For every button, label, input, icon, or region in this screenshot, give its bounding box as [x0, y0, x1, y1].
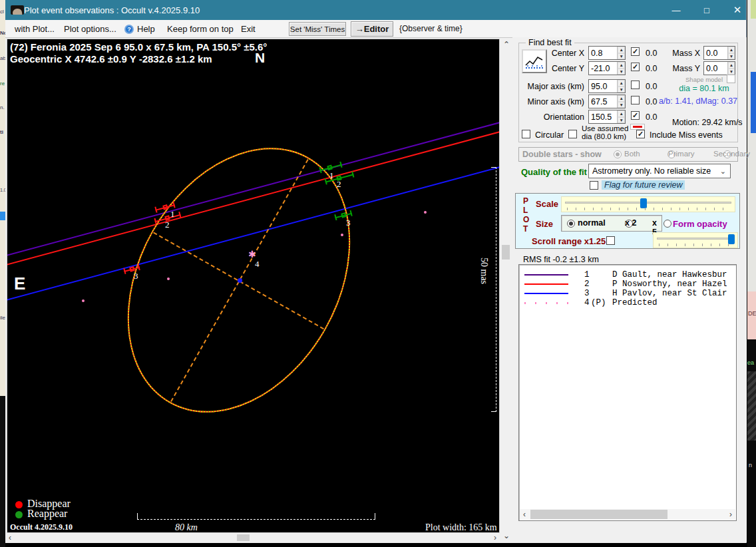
form-opacity-slider-thumb[interactable] [728, 234, 735, 244]
menu-item-exit[interactable]: Exit [241, 24, 256, 34]
east-label: E [14, 274, 25, 294]
mas-scale-label: 50 mas [478, 258, 489, 284]
north-label: N [255, 50, 265, 66]
scroll-range-checkbox[interactable] [606, 236, 615, 245]
background-window-left: cl No ab re n. ti 1.0 ile [0, 0, 5, 396]
menu-item-help[interactable]: Help [137, 24, 155, 34]
spin-up-icon[interactable]: ▲ [618, 47, 625, 53]
mass-x-input[interactable] [704, 47, 727, 59]
size-x5-radio[interactable] [663, 220, 671, 228]
plot-header-line2: Geocentric X 4742.6 ±0.9 Y -2832.6 ±1.2 … [10, 53, 212, 65]
menu-item-with-plot[interactable]: with Plot... [15, 24, 55, 34]
scroll-left-icon[interactable]: ‹ [9, 534, 11, 542]
minimize-button[interactable]: — [662, 0, 691, 20]
center-x-spinner[interactable]: ▲▼ [588, 46, 626, 60]
plot-horizontal-scrollbar[interactable]: ‹ › [5, 533, 500, 542]
center-y-label: Center Y [512, 64, 584, 73]
spin-up-icon[interactable]: ▲ [728, 62, 735, 69]
chord-label-reappear-2: 2 [337, 179, 341, 190]
spin-up-icon[interactable]: ▲ [618, 80, 625, 87]
observer-row[interactable]: 2 P Nosworthy, near Hazel [519, 279, 736, 289]
center-y-lock-checkbox[interactable] [631, 63, 640, 71]
double-stars-group: Double stars - show Both Primary Seconda… [518, 147, 738, 162]
include-miss-checkbox[interactable] [636, 130, 645, 138]
spin-down-icon[interactable]: ▼ [618, 53, 625, 60]
ellipse-center-dot [238, 278, 242, 283]
scale-slider[interactable] [561, 196, 735, 212]
center-y-input[interactable] [589, 62, 617, 75]
chord-label-disappear-3: 3 [134, 271, 138, 281]
scroll-right-icon[interactable]: › [729, 510, 732, 518]
form-opacity-slider[interactable] [653, 232, 738, 248]
spin-down-icon[interactable]: ▼ [618, 102, 625, 108]
scroll-down-icon[interactable]: ⌄ [503, 532, 510, 540]
scale-slider-thumb[interactable] [640, 198, 647, 208]
spin-down-icon[interactable]: ▼ [728, 53, 735, 60]
set-miss-times-button[interactable]: Set 'Miss' Times [289, 22, 346, 36]
flag-review-checkbox[interactable] [590, 181, 598, 190]
mass-y-label: Mass Y [669, 64, 700, 73]
spin-up-icon[interactable]: ▲ [618, 62, 625, 69]
plot-letter-l: L [523, 206, 528, 215]
spin-down-icon[interactable]: ▼ [618, 117, 625, 124]
double-stars-both-radio[interactable] [614, 150, 622, 158]
editor-button[interactable]: →Editor [351, 21, 393, 37]
shape-model-checkbox[interactable] [727, 75, 735, 83]
mass-y-spinner[interactable]: ▲▼ [703, 61, 735, 75]
plot-area[interactable]: 1 2 3 1 2 3 ✱ 4 (72) Feronia 2025 Sep 6 … [7, 39, 500, 533]
background-window-right-fragment: ea [747, 359, 754, 366]
form-opacity-label: Form opacity [673, 219, 727, 229]
spin-down-icon[interactable]: ▼ [618, 87, 625, 93]
observer-list-scrollbar[interactable]: ‹ › [520, 509, 735, 520]
km-scale-bar [137, 513, 375, 520]
scroll-up-icon[interactable]: ⌃ [503, 41, 510, 49]
slider-groove [657, 238, 734, 240]
scrollbar-thumb[interactable] [502, 245, 510, 260]
scroll-left-icon[interactable]: ‹ [523, 510, 526, 518]
slider-groove [565, 202, 731, 204]
quality-value: Astrometry only. No reliable size [592, 166, 720, 176]
size-normal-radio[interactable] [567, 220, 575, 228]
mas-scale-bracket [492, 167, 496, 412]
rms-fit-label: RMS fit -0.2 ±1.3 km [523, 255, 599, 264]
major-axis-lock-checkbox[interactable] [631, 81, 640, 89]
close-button[interactable]: ✕ [723, 0, 752, 20]
scrollbar-thumb[interactable] [237, 534, 250, 541]
spin-up-icon[interactable]: ▲ [618, 110, 625, 117]
mass-x-spinner[interactable]: ▲▼ [703, 46, 735, 60]
minor-axis-lock-checkbox[interactable] [631, 96, 640, 104]
mass-y-input[interactable] [704, 62, 727, 75]
maximize-button[interactable]: □ [692, 0, 721, 20]
background-window-left-selection [0, 212, 5, 220]
plot-vertical-scrollbar[interactable]: ⌃ ⌄ [500, 39, 511, 542]
spin-up-icon[interactable]: ▲ [618, 95, 625, 102]
spin-down-icon[interactable]: ▼ [618, 69, 625, 75]
spin-up-icon[interactable]: ▲ [728, 47, 735, 53]
center-x-lock-checkbox[interactable] [631, 47, 640, 56]
minor-axis-spinner[interactable]: ▲▼ [588, 94, 626, 108]
menu-item-keep-form-on-top[interactable]: Keep form on top [167, 24, 234, 34]
menu-item-plot-options[interactable]: Plot options... [64, 24, 116, 34]
circular-checkbox[interactable] [522, 130, 530, 138]
scroll-right-icon[interactable]: › [494, 534, 496, 542]
scrollbar-thumb[interactable] [530, 510, 667, 519]
version-label: Occult 4.2025.9.10 [10, 522, 73, 532]
use-assumed-dia-checkbox[interactable] [568, 130, 577, 138]
predicted-star-marker: ✱ [248, 249, 256, 260]
observer-row[interactable]: 1 D Gault, near Hawkesbur [519, 270, 736, 279]
center-y-spinner[interactable]: ▲▼ [588, 61, 626, 75]
observer-row[interactable]: 3 H Pavlov, near St Clair [519, 289, 736, 298]
observer-list[interactable]: 1 D Gault, near Hawkesbur 2 P Nosworthy,… [518, 264, 737, 521]
orientation-spinner[interactable]: ▲▼ [588, 110, 626, 124]
title-bar[interactable]: Plot event observations : Occult v.4.202… [5, 0, 746, 20]
quality-dropdown[interactable]: Astrometry only. No reliable size ⌄ [588, 164, 731, 178]
observer-row[interactable]: 4 (P) Predicted [519, 298, 736, 307]
double-stars-primary-label: Primary [668, 150, 695, 158]
major-axis-input[interactable] [589, 80, 617, 92]
orientation-input[interactable] [589, 110, 617, 123]
orientation-lock-checkbox[interactable] [631, 111, 640, 120]
minor-axis-input[interactable] [589, 95, 617, 108]
major-axis-spinner[interactable]: ▲▼ [588, 79, 626, 93]
center-x-input[interactable] [589, 47, 617, 59]
spin-down-icon[interactable]: ▼ [728, 69, 735, 75]
